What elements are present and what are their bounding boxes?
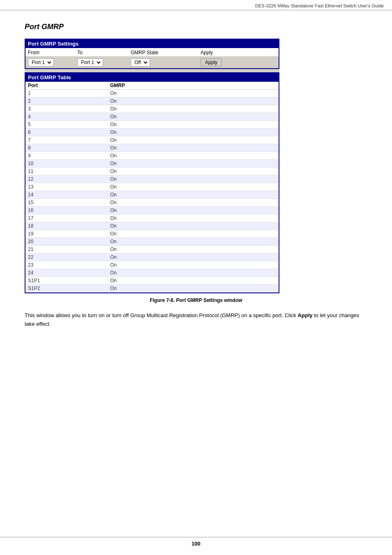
from-select[interactable]: Port 1 Port 2 Port 3 [29, 59, 53, 66]
col-gmrp-header: GMRP [110, 83, 125, 88]
table-cell-port: 15 [28, 200, 110, 205]
table-row: 4 On [25, 113, 279, 121]
table-cell-port: 6 [28, 129, 110, 135]
table-cell-port: 13 [28, 184, 110, 190]
table-cell-gmrp: On [110, 239, 117, 244]
table-cell-gmrp: On [110, 207, 117, 213]
table-cell-gmrp: On [110, 254, 117, 260]
page-title: Port GMRP [25, 23, 367, 31]
table-cell-port: 5 [28, 122, 110, 127]
table-row: 1 On [25, 90, 279, 97]
gmrp-state-label: GMRP State [131, 49, 196, 55]
table-row: 10 On [25, 160, 279, 168]
table-row: 12 On [25, 175, 279, 183]
body-text-start: This window allows you to turn on or tur… [25, 312, 297, 318]
table-row: 7 On [25, 136, 279, 144]
table-cell-gmrp: On [110, 278, 117, 283]
table-cell-gmrp: On [110, 286, 117, 291]
table-cell-port: 18 [28, 223, 110, 229]
to-select[interactable]: Port 1 Port 2 Port 3 [78, 59, 102, 66]
table-row: 19 On [25, 230, 279, 238]
table-cell-gmrp: On [110, 192, 117, 198]
table-cell-port: 21 [28, 246, 110, 252]
figure-caption: Figure 7-8. Port GMRP Settings window [25, 297, 367, 303]
table-cell-gmrp: On [110, 215, 117, 221]
table-cell-gmrp: On [110, 176, 117, 182]
table-cell-port: S1P2 [28, 286, 110, 291]
table-row: 6 On [25, 129, 279, 136]
settings-controls-row: Port 1 Port 2 Port 3 Port 1 Port 2 Port … [25, 57, 279, 68]
table-row: 18 On [25, 222, 279, 230]
table-cell-port: 11 [28, 168, 110, 174]
table-cell-port: 20 [28, 239, 110, 244]
page-footer: 100 [0, 537, 392, 547]
table-cell-port: 10 [28, 161, 110, 166]
table-cell-gmrp: On [110, 106, 117, 112]
settings-header: Port GMRP Settings [25, 39, 279, 48]
table-cell-gmrp: On [110, 262, 117, 268]
table-cell-port: 14 [28, 192, 110, 198]
table-row: 3 On [25, 105, 279, 113]
from-select-wrapper[interactable]: Port 1 Port 2 Port 3 [28, 58, 73, 67]
table-cell-gmrp: On [110, 246, 117, 252]
table-row: 11 On [25, 168, 279, 175]
table-row: 22 On [25, 253, 279, 261]
page-content: Port GMRP Port GMRP Settings From To GMR… [0, 10, 392, 353]
table-row: 15 On [25, 199, 279, 207]
table-cell-port: 3 [28, 106, 110, 112]
table-cell-gmrp: On [110, 231, 117, 237]
table-row: 2 On [25, 97, 279, 105]
table-row: 16 On [25, 207, 279, 214]
table-cell-gmrp: On [110, 90, 117, 96]
table-cell-gmrp: On [110, 122, 117, 127]
table-cell-gmrp: On [110, 145, 117, 151]
table-cell-gmrp: On [110, 161, 117, 166]
table-cell-gmrp: On [110, 200, 117, 205]
table-cell-gmrp: On [110, 270, 117, 276]
table-row: S1P2 On [25, 285, 279, 292]
table-cell-port: 19 [28, 231, 110, 237]
gmrp-state-select-wrapper[interactable]: Off On [131, 58, 196, 67]
table-row: 20 On [25, 238, 279, 246]
table-cell-port: 22 [28, 254, 110, 260]
table-row: 21 On [25, 246, 279, 253]
to-select-wrapper[interactable]: Port 1 Port 2 Port 3 [77, 58, 127, 67]
table-col-header: Port GMRP [25, 82, 279, 90]
table-cell-gmrp: On [110, 223, 117, 229]
table-cell-port: 23 [28, 262, 110, 268]
table-rows-container: 1 On 2 On 3 On 4 On 5 On 6 On 7 On 8 On … [25, 90, 279, 292]
to-label: To [77, 49, 127, 55]
table-row: 24 On [25, 269, 279, 277]
table-row: 9 On [25, 152, 279, 160]
table-cell-port: 9 [28, 153, 110, 159]
table-box: Port GMRP Table Port GMRP 1 On 2 On 3 On… [25, 72, 279, 293]
table-cell-gmrp: On [110, 137, 117, 143]
body-text: This window allows you to turn on or tur… [25, 311, 367, 329]
apply-label: Apply [201, 49, 225, 55]
settings-labels-row: From To GMRP State Apply [25, 48, 279, 57]
table-row: S1P1 On [25, 277, 279, 285]
table-header: Port GMRP Table [25, 73, 279, 82]
table-cell-port: S1P1 [28, 278, 110, 283]
table-cell-port: 2 [28, 98, 110, 104]
settings-box: Port GMRP Settings From To GMRP State Ap… [25, 39, 279, 69]
table-cell-gmrp: On [110, 184, 117, 190]
table-row: 8 On [25, 144, 279, 152]
apply-button[interactable]: Apply [201, 58, 222, 67]
table-cell-gmrp: On [110, 129, 117, 135]
table-cell-port: 7 [28, 137, 110, 143]
table-cell-port: 16 [28, 207, 110, 213]
body-text-bold: Apply [297, 312, 312, 318]
apply-button-wrapper[interactable]: Apply [201, 58, 222, 67]
table-cell-port: 4 [28, 114, 110, 120]
table-row: 14 On [25, 191, 279, 199]
table-cell-gmrp: On [110, 168, 117, 174]
spacer [25, 69, 279, 72]
combined-table: Port GMRP Settings From To GMRP State Ap… [25, 39, 279, 293]
header-title: DES-3226 NWay Standalone Fast Ethernet S… [255, 3, 384, 8]
table-row: 17 On [25, 214, 279, 222]
table-cell-port: 1 [28, 90, 110, 96]
table-cell-port: 17 [28, 215, 110, 221]
gmrp-state-select[interactable]: Off On [132, 59, 149, 66]
table-cell-port: 8 [28, 145, 110, 151]
